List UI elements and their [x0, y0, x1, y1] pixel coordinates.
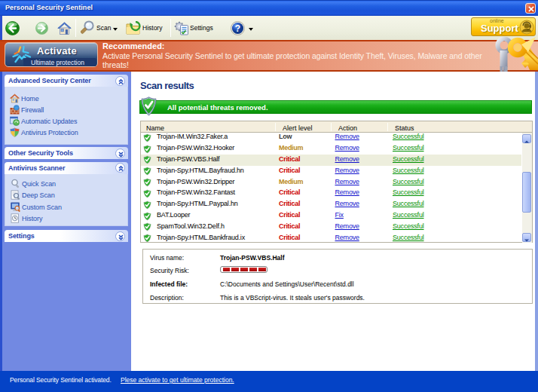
svg-text:?: ?	[235, 23, 240, 34]
